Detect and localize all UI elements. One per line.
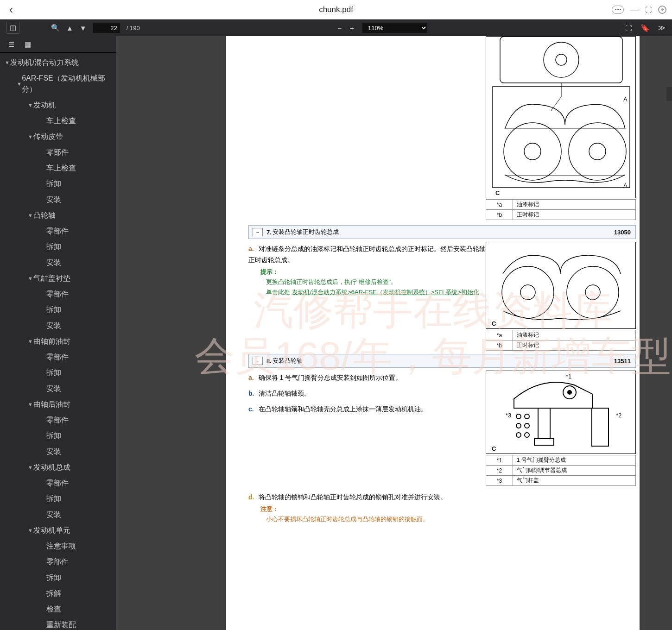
outline-item[interactable]: ▼发动机 — [0, 97, 116, 113]
page-number-input[interactable] — [93, 23, 120, 33]
svg-rect-18 — [538, 408, 550, 439]
outline-item[interactable]: 拆卸 — [0, 428, 116, 444]
svg-point-21 — [516, 414, 521, 419]
outline-label: 气缸盖衬垫 — [33, 273, 70, 284]
outline-item[interactable]: 注意事项 — [0, 538, 116, 554]
svg-rect-19 — [534, 439, 554, 445]
outline-item[interactable]: 车上检查 — [0, 160, 116, 176]
step-8-header[interactable]: − 8. 安装凸轮轴 13511 — [248, 354, 636, 368]
document-title: chunk.pdf — [319, 5, 353, 14]
outline-item[interactable]: 零部件 — [0, 554, 116, 570]
outline-label: 零部件 — [46, 415, 69, 426]
outline-item[interactable]: 拆卸 — [0, 176, 116, 192]
outline-label: 发动机 — [33, 100, 56, 111]
figure-3-key: *11 号气门摇臂分总成 *2气门间隙调节器总成 *3气门杆盖 — [486, 455, 636, 486]
outline-item[interactable]: 零部件 — [0, 349, 116, 365]
outline-item[interactable]: 零部件 — [0, 145, 116, 160]
outline-item[interactable]: 拆卸 — [0, 239, 116, 255]
outline-label: 零部件 — [46, 478, 69, 489]
outline-item[interactable]: ▼曲轴后油封 — [0, 397, 116, 412]
outline-item[interactable]: 零部件 — [0, 223, 116, 239]
outline-label: 零部件 — [46, 556, 69, 567]
outline-label: 发动机总成 — [33, 462, 70, 473]
outline-item[interactable]: ▼凸轮轴 — [0, 208, 116, 223]
outline-item[interactable]: 零部件 — [0, 475, 116, 491]
target-button[interactable] — [658, 6, 666, 14]
zoom-select[interactable]: 110% — [362, 23, 427, 33]
side-tab[interactable] — [666, 87, 672, 101]
outline-item[interactable]: 零部件 — [0, 412, 116, 428]
page-up-button[interactable]: ▲ — [66, 24, 73, 32]
svg-text:C: C — [492, 320, 496, 327]
outline-item[interactable]: ▼6AR-FSE（发动机机械部分） — [0, 70, 116, 97]
svg-text:A: A — [623, 182, 628, 189]
more-menu-button[interactable] — [612, 6, 624, 14]
outline-label: 曲轴后油封 — [33, 399, 70, 410]
outline-item[interactable]: 安装 — [0, 255, 116, 271]
step-7-header[interactable]: − 7. 安装凸轮轴正时齿轮总成 13050 — [248, 225, 636, 239]
minimize-button[interactable]: — — [630, 5, 639, 14]
outline-item[interactable]: 拆解 — [0, 586, 116, 601]
outline-item[interactable]: ▼曲轴前油封 — [0, 334, 116, 349]
bookmark-icon[interactable]: 🔖 — [640, 24, 650, 32]
page-down-button[interactable]: ▼ — [80, 24, 87, 32]
zoom-in-button[interactable]: + — [350, 24, 354, 32]
outline-item[interactable]: ▼发动机单元 — [0, 523, 116, 538]
outline-item[interactable]: 拆卸 — [0, 491, 116, 507]
svg-point-24 — [525, 423, 529, 428]
presentation-button[interactable]: ⛶ — [625, 24, 632, 32]
outline-label: 零部件 — [46, 352, 69, 363]
outline-label: 传动皮带 — [33, 131, 63, 142]
outline-item[interactable]: ▼发动机总成 — [0, 460, 116, 475]
collapse-icon[interactable]: − — [253, 357, 263, 365]
outline-item[interactable]: ▼气缸盖衬垫 — [0, 271, 116, 286]
outline-item[interactable]: 安装 — [0, 381, 116, 397]
svg-point-25 — [516, 433, 521, 437]
outline-item[interactable]: 安装 — [0, 507, 116, 523]
outline-item[interactable]: 安装 — [0, 444, 116, 460]
fullscreen-button[interactable]: ⛶ — [645, 6, 652, 13]
outline-label: 拆解 — [46, 588, 61, 599]
page-viewport[interactable]: 汽修帮手在线资料库会员168/年，每月新增车型 — [116, 36, 672, 630]
outline-item[interactable]: 重新装配 — [0, 617, 116, 630]
outline-label: 拆卸 — [46, 430, 61, 441]
outline-item[interactable]: ▼传动皮带 — [0, 129, 116, 145]
outline-label: 零部件 — [46, 289, 69, 300]
zoom-out-button[interactable]: − — [338, 24, 342, 32]
outline-label: 零部件 — [46, 226, 69, 237]
outline-label: 安装 — [46, 320, 61, 331]
hint-link[interactable]: 发动机/混合动力系统>6AR-FSE（发动机控制系统）>SFI 系统>初始化 — [292, 289, 479, 296]
collapse-icon[interactable]: − — [253, 228, 263, 236]
outline-item[interactable]: 安装 — [0, 192, 116, 208]
outline-label: 拆卸 — [46, 572, 61, 583]
outline-item[interactable]: 拆卸 — [0, 365, 116, 381]
outline-item[interactable]: 拆卸 — [0, 302, 116, 318]
search-icon[interactable]: 🔍 — [51, 24, 60, 32]
outline-view-button[interactable]: ☰ — [8, 40, 14, 49]
outline-label: 拆卸 — [46, 367, 61, 378]
svg-text:*3: *3 — [506, 412, 511, 419]
outline-item[interactable]: ▼发动机/混合动力系统 — [0, 55, 116, 70]
sidebar-toggle-button[interactable]: ◫ — [6, 22, 19, 34]
svg-point-13 — [567, 266, 619, 318]
outline-label: 发动机/混合动力系统 — [10, 57, 79, 68]
tools-menu-button[interactable]: ≫ — [658, 24, 666, 32]
outline-item[interactable]: 车上检查 — [0, 113, 116, 129]
outline-item[interactable]: 安装 — [0, 318, 116, 334]
step-8d-body: d.将凸轮轴的锁销和凸轮轴正时齿轮总成的锁销孔对准并进行安装。 注意： 小心不要… — [248, 492, 610, 524]
svg-text:*1: *1 — [566, 373, 571, 380]
titlebar-actions: — ⛶ — [612, 5, 666, 14]
outline-item[interactable]: 拆卸 — [0, 570, 116, 586]
outline-item[interactable]: 检查 — [0, 601, 116, 617]
outline-item[interactable]: 零部件 — [0, 286, 116, 302]
svg-point-26 — [525, 433, 529, 437]
step-7-body: a.对准链条分总成的油漆标记和凸轮轴正时齿轮总成的正时标记。然后安装凸轮轴正时齿… — [248, 244, 489, 297]
page-total-label: / 190 — [127, 25, 140, 32]
figure-2-key: *a油漆标记 *b正时标记 — [486, 330, 636, 351]
outline-label: 安装 — [46, 446, 61, 457]
thumbnail-view-button[interactable]: ▦ — [25, 40, 31, 49]
figure-1: C A A — [486, 36, 636, 198]
back-button[interactable]: ‹ — [6, 3, 17, 16]
outline-label: 安装 — [46, 383, 61, 394]
svg-text:A: A — [623, 96, 628, 103]
